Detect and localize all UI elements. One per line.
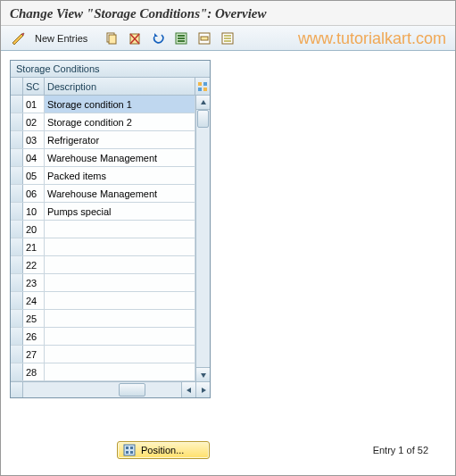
row-selector[interactable] bbox=[11, 328, 23, 345]
cell-description[interactable] bbox=[45, 256, 195, 273]
cell-description[interactable]: Storage condition 1 bbox=[45, 96, 195, 113]
delete-button[interactable] bbox=[125, 29, 145, 47]
position-icon bbox=[123, 444, 136, 456]
row-selector[interactable] bbox=[11, 131, 23, 148]
cell-description[interactable]: Packed items bbox=[45, 167, 195, 184]
cell-description[interactable]: Pumps special bbox=[45, 203, 195, 220]
cell-sc[interactable]: 27 bbox=[23, 346, 45, 363]
table-row[interactable]: 10Pumps special bbox=[11, 203, 195, 221]
other-view-button[interactable] bbox=[8, 29, 28, 47]
cell-description[interactable]: Refrigerator bbox=[45, 131, 195, 148]
svg-rect-1 bbox=[109, 35, 116, 44]
row-selector[interactable] bbox=[11, 256, 23, 273]
cell-sc[interactable]: 24 bbox=[23, 292, 45, 309]
horizontal-scrollbar[interactable] bbox=[23, 382, 181, 397]
undo-change-button[interactable] bbox=[148, 29, 168, 47]
row-selector[interactable] bbox=[11, 167, 23, 184]
cell-sc[interactable]: 21 bbox=[23, 238, 45, 255]
table-row[interactable]: 05Packed items bbox=[11, 167, 195, 185]
configure-columns-button[interactable] bbox=[195, 78, 210, 95]
scroll-down-button[interactable] bbox=[196, 367, 210, 381]
cell-sc[interactable]: 25 bbox=[23, 310, 45, 327]
cell-sc[interactable]: 01 bbox=[23, 96, 45, 113]
table-row[interactable]: 25 bbox=[11, 310, 195, 328]
copy-as-button[interactable] bbox=[102, 29, 121, 47]
cell-description[interactable] bbox=[45, 274, 195, 291]
scroll-thumb[interactable] bbox=[197, 110, 209, 128]
cell-description[interactable]: Warehouse Management bbox=[45, 185, 195, 202]
storage-conditions-table: Storage Conditions SC Description 01Stor… bbox=[10, 60, 211, 398]
row-selector[interactable] bbox=[11, 310, 23, 327]
table-row[interactable]: 21 bbox=[11, 238, 195, 256]
row-selector[interactable] bbox=[11, 185, 23, 202]
cell-sc[interactable]: 28 bbox=[23, 363, 45, 380]
cell-sc[interactable]: 04 bbox=[23, 149, 45, 166]
cell-description[interactable] bbox=[45, 310, 195, 327]
table-row[interactable]: 03Refrigerator bbox=[11, 131, 195, 149]
cell-description[interactable] bbox=[45, 363, 195, 380]
scroll-left-button[interactable] bbox=[181, 382, 195, 397]
select-all-button[interactable] bbox=[171, 29, 191, 47]
table-row[interactable]: 24 bbox=[11, 292, 195, 310]
table-row[interactable]: 01Storage condition 1 bbox=[11, 96, 195, 113]
svg-rect-8 bbox=[178, 40, 185, 42]
svg-rect-16 bbox=[203, 82, 207, 86]
svg-rect-21 bbox=[130, 447, 133, 449]
vertical-scrollbar[interactable] bbox=[195, 96, 210, 381]
table-row[interactable]: 23 bbox=[11, 274, 195, 292]
table-row[interactable]: 26 bbox=[11, 328, 195, 346]
position-button-label: Position... bbox=[141, 445, 184, 455]
row-selector[interactable] bbox=[11, 203, 23, 220]
svg-rect-14 bbox=[224, 40, 231, 42]
svg-rect-23 bbox=[130, 451, 133, 454]
cell-sc[interactable]: 03 bbox=[23, 131, 45, 148]
cell-description[interactable] bbox=[45, 346, 195, 363]
cell-sc[interactable]: 10 bbox=[23, 203, 45, 220]
h-scroll-thumb[interactable] bbox=[119, 383, 145, 397]
row-selector[interactable] bbox=[11, 238, 23, 255]
row-selector[interactable] bbox=[11, 363, 23, 380]
row-selector[interactable] bbox=[11, 96, 23, 113]
cell-description[interactable] bbox=[45, 328, 195, 345]
row-selector[interactable] bbox=[11, 113, 23, 130]
table-row[interactable]: 27 bbox=[11, 346, 195, 363]
svg-rect-12 bbox=[224, 35, 231, 37]
table-row[interactable]: 28 bbox=[11, 363, 195, 381]
cell-sc[interactable]: 26 bbox=[23, 328, 45, 345]
table-header: SC Description bbox=[11, 78, 210, 96]
table-row[interactable]: 02Storage condition 2 bbox=[11, 113, 195, 131]
cell-description[interactable] bbox=[45, 221, 195, 238]
row-selector[interactable] bbox=[11, 221, 23, 238]
table-row[interactable]: 04Warehouse Management bbox=[11, 149, 195, 167]
watermark-text: www.tutorialkart.com bbox=[298, 29, 446, 48]
row-selector[interactable] bbox=[11, 149, 23, 166]
table-row[interactable]: 22 bbox=[11, 256, 195, 274]
table-row[interactable]: 20 bbox=[11, 221, 195, 238]
row-selector[interactable] bbox=[11, 274, 23, 291]
cell-sc[interactable]: 05 bbox=[23, 167, 45, 184]
cell-description[interactable] bbox=[45, 292, 195, 309]
row-selector[interactable] bbox=[11, 346, 23, 363]
toolbar: New Entries www.tutorialkart.com bbox=[1, 26, 455, 51]
deselect-all-button[interactable] bbox=[218, 29, 237, 47]
cell-sc[interactable]: 02 bbox=[23, 113, 45, 130]
column-header-sc[interactable]: SC bbox=[23, 78, 45, 95]
cell-sc[interactable]: 20 bbox=[23, 221, 45, 238]
new-entries-button[interactable]: New Entries bbox=[31, 33, 91, 44]
cell-sc[interactable]: 23 bbox=[23, 274, 45, 291]
cell-description[interactable]: Warehouse Management bbox=[45, 149, 195, 166]
svg-rect-20 bbox=[126, 447, 129, 449]
cell-description[interactable] bbox=[45, 238, 195, 255]
table-row[interactable]: 06Warehouse Management bbox=[11, 185, 195, 203]
svg-rect-18 bbox=[203, 88, 207, 91]
svg-rect-15 bbox=[198, 82, 202, 86]
cell-sc[interactable]: 06 bbox=[23, 185, 45, 202]
position-button[interactable]: Position... bbox=[117, 441, 210, 459]
column-header-description[interactable]: Description bbox=[45, 78, 195, 95]
cell-sc[interactable]: 22 bbox=[23, 256, 45, 273]
row-selector[interactable] bbox=[11, 292, 23, 309]
select-block-button[interactable] bbox=[195, 29, 214, 47]
cell-description[interactable]: Storage condition 2 bbox=[45, 113, 195, 130]
scroll-up-button[interactable] bbox=[196, 96, 210, 110]
scroll-right-button[interactable] bbox=[195, 382, 210, 397]
